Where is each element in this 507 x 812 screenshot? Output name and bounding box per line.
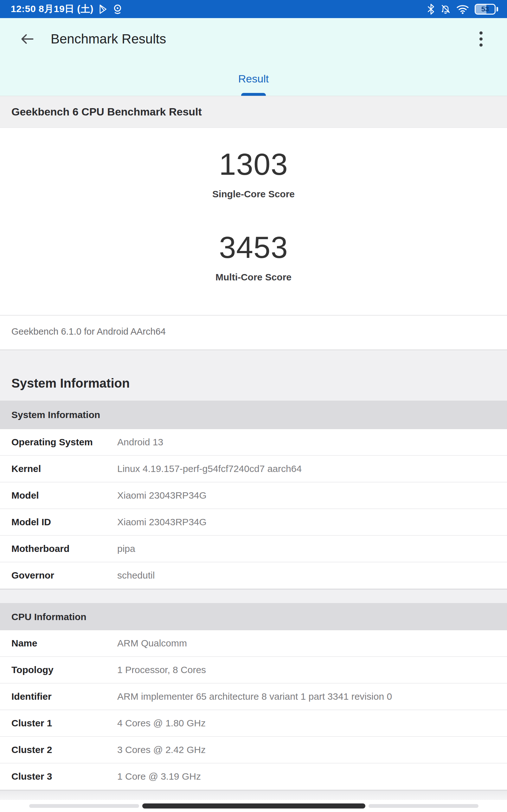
- bottom-separator: [0, 790, 507, 800]
- status-time-date: 12:50 8月19日 (土): [11, 3, 94, 15]
- kebab-dot: [480, 44, 483, 47]
- back-button[interactable]: [18, 30, 36, 48]
- bluetooth-icon: [427, 4, 435, 14]
- result-header-text: Geekbench 6 CPU Benchmark Result: [11, 106, 202, 118]
- multi-core-block: 3453 Multi-Core Score: [0, 230, 507, 283]
- table-row: Model ID Xiaomi 23043RP34G: [0, 509, 507, 536]
- multi-core-score: 3453: [0, 230, 507, 265]
- status-bar: 12:50 8月19日 (土): [0, 0, 507, 18]
- geekbench-version: Geekbench 6.1.0 for Android AArch64: [11, 326, 166, 337]
- table-row: Cluster 2 3 Cores @ 2.42 GHz: [0, 737, 507, 763]
- multi-core-label: Multi-Core Score: [0, 272, 507, 283]
- single-core-block: 1303 Single-Core Score: [0, 147, 507, 200]
- kebab-dot: [480, 38, 483, 41]
- table-row: Name ARM Qualcomm: [0, 630, 507, 657]
- scrollbar-handle[interactable]: [142, 803, 365, 809]
- notifications-muted-icon: [441, 4, 451, 14]
- page-title: Benchmark Results: [51, 32, 473, 47]
- kebab-dot: [480, 32, 483, 35]
- table-row: Cluster 1 4 Cores @ 1.80 GHz: [0, 710, 507, 737]
- overflow-menu-button[interactable]: [473, 29, 489, 49]
- battery-percentage: 53: [481, 5, 489, 13]
- tab-bar: Result: [0, 60, 507, 96]
- table-row: Kernel Linux 4.19.157-perf-g54fcf7240cd7…: [0, 456, 507, 483]
- single-core-label: Single-Core Score: [0, 189, 507, 200]
- bottom-bar: [0, 800, 507, 811]
- table-row: Operating System Android 13: [0, 429, 507, 456]
- active-tab-indicator: [241, 93, 266, 96]
- cpu-information-subheader: CPU Information: [0, 603, 507, 630]
- system-information-heading-band: System Information: [0, 350, 507, 401]
- scrollbar-track-right: [369, 804, 478, 808]
- section-separator: [0, 589, 507, 603]
- location-icon: [113, 4, 122, 14]
- table-row: Identifier ARM implementer 65 architectu…: [0, 683, 507, 710]
- system-information-heading: System Information: [11, 376, 130, 391]
- version-row: Geekbench 6.1.0 for Android AArch64: [0, 315, 507, 350]
- wifi-icon: [456, 4, 469, 14]
- back-arrow-icon: [20, 33, 34, 45]
- play-store-icon: [99, 4, 108, 14]
- score-section: 1303 Single-Core Score 3453 Multi-Core S…: [0, 128, 507, 350]
- app-header: Benchmark Results Result: [0, 18, 507, 96]
- system-information-subheader: System Information: [0, 401, 507, 429]
- result-header-band: Geekbench 6 CPU Benchmark Result: [0, 96, 507, 128]
- tab-result[interactable]: Result: [238, 71, 269, 85]
- battery-icon: 53: [475, 4, 498, 14]
- table-row: Cluster 3 1 Core @ 3.19 GHz: [0, 763, 507, 790]
- scrollbar-track-left: [29, 804, 139, 808]
- single-core-score: 1303: [0, 147, 507, 182]
- table-row: Topology 1 Processor, 8 Cores: [0, 657, 507, 683]
- table-row: Governor schedutil: [0, 562, 507, 589]
- table-row: Motherboard pipa: [0, 536, 507, 562]
- table-row: Model Xiaomi 23043RP34G: [0, 483, 507, 509]
